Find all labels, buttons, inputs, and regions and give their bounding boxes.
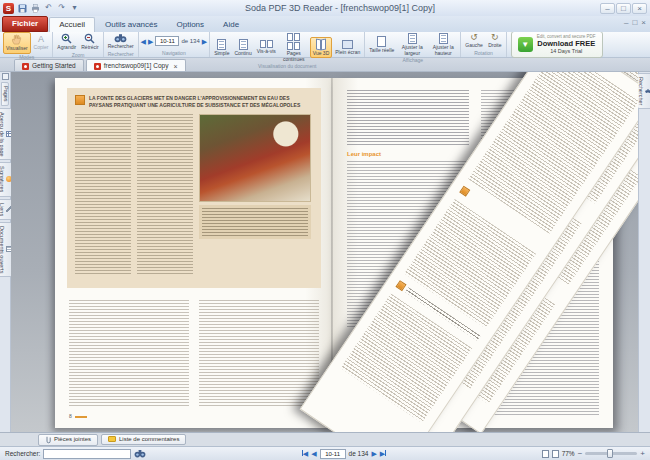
book-left-page[interactable]: LA FONTE DES GLACIERS MET EN DANGER L'AP… xyxy=(55,78,333,428)
application-window: S ↶ ↷ ▾ Soda PDF 3D Reader - [frenchswop… xyxy=(0,0,650,460)
statusbar-search-label: Rechercher: xyxy=(5,450,40,457)
ribbon-group-rotation: ↺ Gauche ↻ Droite Rotation xyxy=(461,32,507,57)
ribbon-group-rechercher: Rechercher Rechercher xyxy=(104,32,139,57)
section-marker-icon xyxy=(395,280,406,291)
page-count-label: de 134 xyxy=(181,38,199,44)
actual-size-button[interactable]: Taille réelle xyxy=(367,35,396,55)
go-to-page-icon[interactable]: ▶ xyxy=(202,38,207,45)
pdf-file-icon xyxy=(94,63,101,70)
continuous-facing-icon xyxy=(287,33,300,50)
app-logo-icon: S xyxy=(3,3,14,14)
download-arrow-icon: ▼ xyxy=(518,37,533,52)
statusbar-page-count: de 134 xyxy=(349,450,369,457)
article-photo xyxy=(199,114,311,202)
qat-dropdown-button[interactable]: ▾ xyxy=(69,3,80,14)
tab-options[interactable]: Options xyxy=(168,18,214,32)
hand-icon xyxy=(11,34,22,45)
text-column xyxy=(137,114,193,274)
view-simple-button[interactable]: Simple xyxy=(212,38,231,58)
view-vis-a-vis-button[interactable]: Vis-à-vis xyxy=(255,39,278,56)
comments-list-tab[interactable]: Liste de commentaires xyxy=(101,434,186,446)
doc-tab-frenchswop[interactable]: frenchswop09[1] Copy × xyxy=(86,59,186,71)
subheading-leur-impact: Leur impact xyxy=(347,151,469,157)
save-button[interactable] xyxy=(17,3,28,14)
group-label-zoom: Zoom xyxy=(55,52,100,59)
statusbar-page-input[interactable] xyxy=(320,449,346,459)
close-tab-icon[interactable]: × xyxy=(173,63,177,70)
bottom-panel-tabs: Pièces jointes Liste de commentaires xyxy=(0,432,650,446)
right-panel-strip: Rechercher xyxy=(638,72,650,432)
copier-button[interactable]: A Copier xyxy=(32,34,51,52)
zoom-out-button[interactable]: − xyxy=(578,450,583,458)
fit-width-button[interactable]: Ajuster la largeur xyxy=(397,32,427,57)
tab-fichier[interactable]: Fichier xyxy=(2,16,48,32)
view-3d-button[interactable]: Vue 3D xyxy=(310,37,333,59)
search-go-icon[interactable] xyxy=(134,449,146,458)
doc-tab-getting-started[interactable]: Getting Started xyxy=(14,59,84,71)
next-page-button[interactable]: ▶ xyxy=(371,450,376,457)
doc-tab-label: frenchswop09[1] Copy xyxy=(104,62,169,70)
download-promo-button[interactable]: ▼ Edit, convert and secure PDF Download … xyxy=(511,31,603,57)
close-button[interactable]: × xyxy=(632,3,647,14)
printer-icon xyxy=(31,4,40,13)
zoom-in-icon xyxy=(61,33,72,44)
zoom-out-button[interactable]: Rétrécir xyxy=(79,32,101,52)
photo-caption xyxy=(199,205,311,239)
paperclip-icon xyxy=(45,436,51,444)
undo-button[interactable]: ↶ xyxy=(43,3,54,14)
zoom-in-button[interactable]: + xyxy=(640,450,645,458)
page-number: 8 xyxy=(69,414,72,419)
minimize-button[interactable]: – xyxy=(600,3,615,14)
visualiser-button[interactable]: Visualiser xyxy=(3,32,31,54)
maximize-button[interactable]: □ xyxy=(616,3,631,14)
fit-page-icon[interactable] xyxy=(542,450,549,458)
document-window-controls: – □ × xyxy=(624,19,646,27)
fullscreen-icon xyxy=(342,40,353,49)
print-button[interactable] xyxy=(30,3,41,14)
promo-title: Download FREE xyxy=(537,40,596,49)
zoom-in-button[interactable]: Agrandir xyxy=(55,32,78,52)
view-pages-continues-button[interactable]: Pages continues xyxy=(279,32,309,63)
tab-accueil[interactable]: Accueil xyxy=(49,17,95,32)
zoom-slider[interactable] xyxy=(585,452,637,455)
fit-height-button[interactable]: Ajuster la hauteur xyxy=(428,32,458,57)
caption-text-lines xyxy=(202,208,308,236)
previous-page-icon[interactable]: ◀ xyxy=(141,38,146,45)
panel-tab-rechercher[interactable]: Rechercher xyxy=(637,73,650,109)
group-label-rechercher: Rechercher xyxy=(106,51,136,58)
attachments-tab[interactable]: Pièces jointes xyxy=(38,434,98,446)
zoom-slider-thumb[interactable] xyxy=(607,449,613,458)
previous-page-button[interactable]: ◀ xyxy=(311,450,316,457)
first-page-button[interactable]: ◀ xyxy=(302,450,308,457)
doc-minimize-button[interactable]: – xyxy=(624,19,628,27)
view-continu-button[interactable]: Continu xyxy=(232,38,253,58)
fit-width-icon[interactable] xyxy=(552,450,559,458)
fit-width-icon xyxy=(408,33,417,44)
panel-tab-pages[interactable]: Pages xyxy=(1,82,9,106)
search-button[interactable]: Rechercher xyxy=(106,32,136,51)
doc-restore-button[interactable]: □ xyxy=(632,19,637,27)
statusbar-search-input[interactable] xyxy=(43,449,131,459)
page-number-input[interactable] xyxy=(155,36,179,46)
group-label-affichage: Affichage xyxy=(367,57,458,64)
text-column xyxy=(69,300,189,406)
rotate-right-button[interactable]: ↻ Droite xyxy=(486,32,504,50)
text-column xyxy=(75,114,131,274)
group-label-rotation: Rotation xyxy=(463,50,504,57)
last-page-button[interactable]: ▶ xyxy=(380,450,386,457)
next-page-icon[interactable]: ▶ xyxy=(148,38,153,45)
footer-accent-bar xyxy=(75,416,87,418)
tab-aide[interactable]: Aide xyxy=(214,18,248,32)
text-column xyxy=(199,300,319,406)
fullscreen-button[interactable]: Plein écran xyxy=(333,39,362,57)
doc-close-button[interactable]: × xyxy=(641,19,646,27)
document-viewport[interactable]: LA FONTE DES GLACIERS MET EN DANGER L'AP… xyxy=(11,72,638,432)
tab-outils-avances[interactable]: Outils avancés xyxy=(96,18,166,32)
rotate-left-button[interactable]: ↺ Gauche xyxy=(463,32,485,50)
section-marker-icon xyxy=(75,95,85,105)
panel-toggle-icon[interactable] xyxy=(2,73,9,80)
pdf-file-icon xyxy=(22,63,29,70)
redo-button[interactable]: ↷ xyxy=(56,3,67,14)
book-3d-icon xyxy=(316,39,326,50)
status-bar: Rechercher: ◀ ◀ de 134 ▶ ▶ 77% − + xyxy=(0,446,650,460)
